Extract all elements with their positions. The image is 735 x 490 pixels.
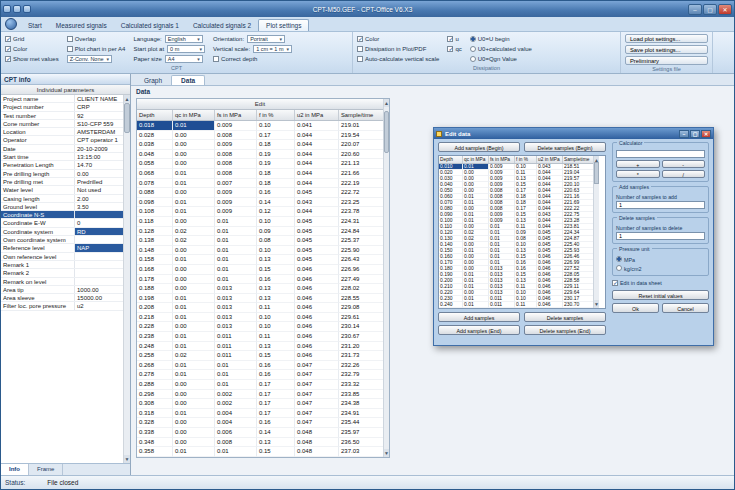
table-cell[interactable]: 0.14	[257, 428, 295, 438]
param-value[interactable]: 92	[75, 112, 123, 119]
table-scrollbar[interactable]: ▲ ▼	[383, 99, 389, 457]
param-row[interactable]: Water levelNot used	[1, 186, 123, 194]
table-cell[interactable]: 230.67	[339, 332, 383, 342]
table-cell[interactable]: 0.118	[137, 217, 173, 227]
table-cell[interactable]: 0.14	[257, 198, 295, 208]
param-value[interactable]: CPT operator 1	[75, 136, 123, 143]
param-scrollbar[interactable]: ▲ ▼	[123, 95, 130, 463]
column-header[interactable]: fs in MPa	[215, 110, 257, 120]
table-cell[interactable]: 0.004	[215, 409, 257, 419]
table-cell[interactable]: 0.004	[215, 418, 257, 428]
param-value[interactable]: 0.00	[75, 170, 123, 177]
table-cell[interactable]: 225.90	[339, 246, 383, 256]
table-cell[interactable]: 0.18	[257, 140, 295, 150]
param-value[interactable]: CLIENT NAME	[75, 95, 123, 102]
param-value[interactable]: CRP	[75, 103, 123, 110]
table-cell[interactable]: 0.047	[295, 370, 339, 380]
table-cell[interactable]: 226.96	[339, 265, 383, 275]
scroll-down-icon[interactable]: ▼	[384, 449, 389, 457]
table-cell[interactable]: 0.044	[295, 169, 339, 179]
table-row[interactable]: 0.0480.000.0080.190.044220.60	[137, 150, 383, 160]
table-cell[interactable]: 0.218	[137, 313, 173, 323]
table-cell[interactable]: 0.01	[173, 121, 215, 131]
table-row[interactable]: 0.0780.010.0070.180.044222.19	[137, 179, 383, 189]
table-cell[interactable]: 0.009	[215, 140, 257, 150]
table-row[interactable]: 0.3580.010.010.150.048237.03	[137, 447, 383, 457]
zconv-dropdown[interactable]: Z-Conv. None	[67, 55, 112, 63]
column-header[interactable]: qc in MPa	[173, 110, 215, 120]
column-header[interactable]: fs in MPa	[489, 156, 515, 163]
add-samples-end-button[interactable]: Add samples (End)	[438, 325, 520, 335]
samples-to-add-input[interactable]	[616, 201, 705, 209]
table-row[interactable]: 0.1580.010.010.130.045226.43	[137, 255, 383, 265]
table-cell[interactable]: 0.01	[173, 370, 215, 380]
table-cell[interactable]: 0.013	[215, 303, 257, 313]
scrollbar-thumb[interactable]	[384, 111, 389, 153]
table-cell[interactable]: 0.02	[173, 227, 215, 237]
table-cell[interactable]: 221.13	[339, 159, 383, 169]
table-row[interactable]: 0.2880.000.010.170.047233.32	[137, 380, 383, 390]
table-cell[interactable]: 0.01	[173, 303, 215, 313]
table-cell[interactable]: 0.11	[257, 303, 295, 313]
param-value[interactable]: S10-CFP 559	[75, 120, 123, 127]
table-cell[interactable]: 0.048	[295, 438, 339, 448]
vertical-scale-dropdown[interactable]: 1 cm = 1 m	[253, 45, 292, 53]
tab-data[interactable]: Data	[171, 75, 205, 85]
table-row[interactable]: 0.2180.010.0130.100.046229.61	[137, 313, 383, 323]
table-cell[interactable]: 0.044	[295, 179, 339, 189]
table-cell[interactable]: 0.108	[137, 207, 173, 217]
column-header[interactable]: Sampletime	[563, 156, 593, 163]
param-value[interactable]: Predrilled	[75, 178, 123, 185]
table-row[interactable]: 0.1780.000.010.160.046227.49	[137, 275, 383, 285]
table-cell[interactable]: 0.002	[215, 399, 257, 409]
table-cell[interactable]: 0.00	[173, 275, 215, 285]
table-cell[interactable]: 0.01	[173, 179, 215, 189]
dialog-title-bar[interactable]: Edit data – ▢ ✕	[434, 128, 713, 139]
table-cell[interactable]: 0.01	[173, 198, 215, 208]
add-samples-begin-button[interactable]: Add samples (Begin)	[438, 142, 520, 152]
scrollbar-thumb[interactable]	[594, 162, 599, 184]
param-value[interactable]	[75, 211, 123, 218]
table-cell[interactable]: 0.01	[173, 409, 215, 419]
table-cell[interactable]: 0.238	[137, 332, 173, 342]
table-row[interactable]: 0.0380.000.0090.180.044220.07	[137, 140, 383, 150]
table-cell[interactable]: 0.00	[173, 265, 215, 275]
table-cell[interactable]: 0.00	[173, 284, 215, 294]
table-cell[interactable]: 0.15	[257, 265, 295, 275]
table-cell[interactable]: 0.011	[215, 351, 257, 361]
param-value[interactable]	[75, 278, 123, 285]
table-cell[interactable]: 0.01	[173, 207, 215, 217]
table-cell[interactable]: 0.01	[173, 332, 215, 342]
table-cell[interactable]: 0.19	[257, 159, 295, 169]
table-cell[interactable]: 0.011	[215, 342, 257, 352]
table-cell[interactable]: 0.008	[215, 438, 257, 448]
table-cell[interactable]: 0.01	[215, 255, 257, 265]
qc-checkbox[interactable]: qc	[447, 44, 461, 53]
param-value[interactable]: NAP	[75, 244, 123, 251]
param-row[interactable]: Area tip1000.00	[1, 286, 123, 294]
grid-checkbox[interactable]: Grid	[5, 34, 59, 43]
table-cell[interactable]: 0.00	[173, 159, 215, 169]
table-cell[interactable]: 0.044	[295, 131, 339, 141]
dissipation-color-checkbox[interactable]: Color	[357, 34, 439, 43]
pressure-unit-mpa-radio[interactable]: MPa	[616, 256, 705, 263]
table-cell[interactable]: 0.044	[295, 207, 339, 217]
table-cell[interactable]: 0.16	[257, 370, 295, 380]
table-row[interactable]: 0.2400.010.0110.110.046230.70	[439, 302, 593, 308]
table-row[interactable]: 0.2380.010.0110.110.046230.67	[137, 332, 383, 342]
application-menu-button[interactable]	[5, 18, 17, 30]
table-cell[interactable]: 233.85	[339, 390, 383, 400]
edit-column-header[interactable]: Edit	[137, 99, 383, 110]
column-header[interactable]: u2 in MPa	[295, 110, 339, 120]
table-cell[interactable]: 0.10	[257, 246, 295, 256]
column-header[interactable]: Depth	[439, 156, 463, 163]
dissipation-plot-pdf-checkbox[interactable]: Dissipation in Plot/PDF	[357, 44, 439, 53]
table-cell[interactable]: 228.55	[339, 294, 383, 304]
param-value[interactable]: 20-10-2009	[75, 145, 123, 152]
pressure-unit-kgcm2-radio[interactable]: kg/cm2	[616, 265, 705, 272]
quick-save-icon[interactable]	[13, 5, 21, 13]
table-cell[interactable]: 0.008	[215, 159, 257, 169]
table-row[interactable]: 0.1280.020.010.090.045224.84	[137, 227, 383, 237]
table-cell[interactable]: 0.011	[489, 302, 515, 308]
table-cell[interactable]: 0.10	[257, 217, 295, 227]
